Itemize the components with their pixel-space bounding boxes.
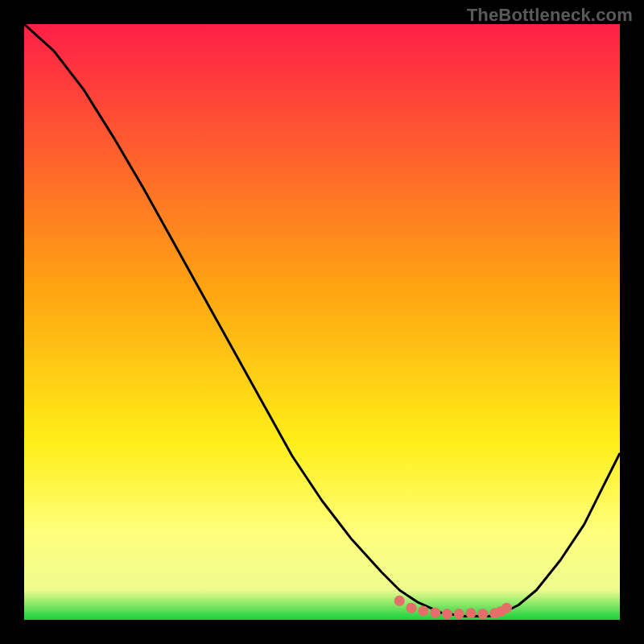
data-marker [418,605,428,616]
data-marker [407,603,417,613]
data-marker [454,609,464,619]
watermark-text: TheBottleneck.com [467,5,633,26]
data-marker [442,609,452,619]
chart-svg [24,24,620,620]
data-marker [466,608,477,618]
chart-plot [24,24,620,620]
data-marker [394,596,405,606]
data-marker [477,609,488,619]
chart-frame: TheBottleneck.com [0,0,644,644]
data-marker [502,603,512,613]
data-marker [430,608,440,618]
chart-background [24,24,620,620]
